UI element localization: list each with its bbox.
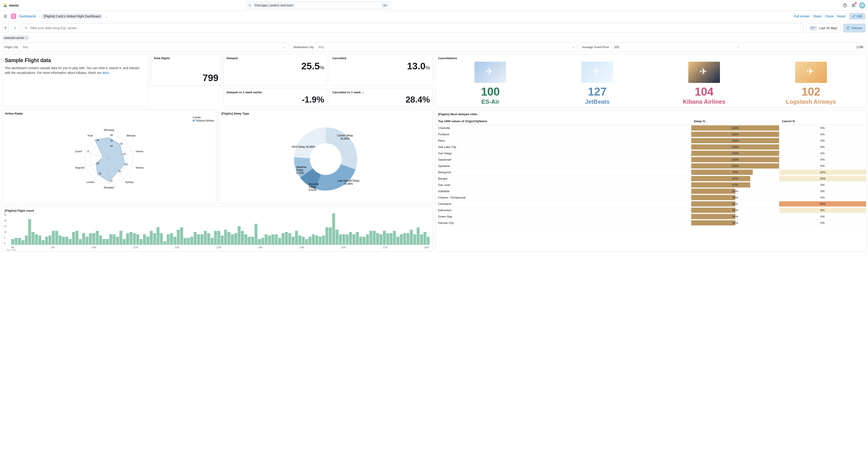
app-badge[interactable]: D [11,13,16,19]
origin-label: Origin City [2,42,21,52]
svg-text:Shanghai: Shanghai [104,186,114,189]
svg-rect-98 [153,233,156,245]
delayed-value: 25.5% [226,61,324,72]
delay-type-chart[interactable]: Carrier Delay25.98% Late Aircraft Delay2… [221,116,430,202]
cancel-cell: 0% [779,194,866,201]
delay-cell: 50% [691,207,779,214]
svg-text:Warsaw: Warsaw [127,134,135,137]
newsfeed-icon[interactable] [850,2,857,8]
filter-chip[interactable]: selected-carrier × [2,35,29,40]
table-row[interactable]: San Diego 100% 0% [435,150,866,157]
refresh-button[interactable]: Refresh [843,24,866,33]
city-cell: Salt Lake City [435,144,691,150]
cancel-item[interactable]: 102 Logstash Airways [758,62,863,105]
svg-text:Carrier Delay: Carrier Delay [337,134,353,137]
origin-value: Any [23,45,28,49]
breadcrumb-current: [Flights] Carly's Global Flight Dashboar… [41,13,103,19]
svg-rect-94 [140,239,143,245]
svg-rect-73 [69,239,72,245]
svg-rect-57 [15,238,18,245]
flight-count-chart[interactable] [5,213,430,245]
svg-rect-166 [383,231,386,245]
docs-link[interactable]: docs [102,71,109,74]
nav-toggle-icon[interactable] [3,13,8,20]
table-row[interactable]: Salt Lake City 100% 0% [435,144,866,150]
col-delay[interactable]: Delay %↓ [691,118,779,125]
table-row[interactable]: Edmonton 50% 8% [435,207,866,214]
table-row[interactable]: Chitose / Tomakomai 50% 0% [435,194,866,201]
dest-label: Destination City [291,42,316,52]
table-row[interactable]: Bangor 67% 33% [435,175,866,182]
full-screen-button[interactable]: Full screen [794,14,809,18]
global-search[interactable]: Find apps, content, and more. ⌘/ [246,2,391,9]
kql-placeholder: Filter your data using KQL syntax [30,26,76,30]
table-row[interactable]: San Juan 67% 0% [435,182,866,188]
edit-button[interactable]: Edit [849,13,865,20]
chevron-down-icon[interactable]: ⌄ [105,14,107,18]
table-row[interactable]: Charlotte 100% 0% [435,125,866,131]
svg-rect-112 [200,234,204,245]
cancel-cell: 0% [779,125,866,131]
cancellations-card: Cancellations 100 ES-Air 127 JetBeats 10… [435,54,866,108]
origin-city-control[interactable]: Origin City Any⌄ [2,42,288,52]
svg-rect-178 [423,232,426,245]
svg-rect-101 [163,241,166,245]
date-picker[interactable]: Last 10 days [806,24,841,33]
svg-rect-104 [174,237,176,245]
svg-rect-162 [369,231,372,245]
price-range-control[interactable]: Average Ticket Price 101 → 1196 [580,42,866,52]
cancel-item[interactable]: 100 ES-Air [438,62,543,105]
svg-rect-119 [224,230,227,245]
svg-text:Delay: Delay [296,168,303,172]
cancelled-vs-card: Cancelled vs 1 week … 28.4% [329,88,433,107]
svg-rect-90 [126,233,129,245]
clone-button[interactable]: Clone [825,14,834,18]
delay-cell: 50% [691,220,779,226]
svg-rect-117 [217,231,220,245]
reset-button[interactable]: Reset [837,14,845,18]
brand-logo[interactable]: elastic [3,3,19,8]
table-row[interactable]: Belogorsk 70% 10% [435,169,866,175]
avatar[interactable]: CR [859,2,865,8]
svg-rect-134 [275,234,278,245]
svg-rect-95 [143,234,146,245]
col-cancel[interactable]: Cancel % [779,118,866,125]
svg-text:33: 33 [120,142,123,145]
col-city[interactable]: Top 1000 values of OriginCityName [435,118,691,125]
help-icon[interactable] [842,2,848,8]
delay-cell: 50% [691,188,779,194]
cancel-item[interactable]: 104 Kibana Airlines [652,62,756,105]
radar-chart[interactable]: WinnipegWarsawViennaVeronaSydneyShanghai… [5,116,213,202]
filter-toggle-icon[interactable] [2,24,8,33]
delayed-vs-card: Delayed vs 1 week earlier -1.9% [223,88,327,107]
table-row[interactable]: Portland 100% 0% [435,131,866,137]
kql-input[interactable]: Filter your data using KQL syntax [22,24,804,33]
svg-rect-63 [35,234,38,245]
table-row[interactable]: Kansas City 50% 0% [435,220,866,226]
close-icon[interactable]: × [26,36,28,39]
svg-rect-144 [309,237,311,245]
cancel-count: 104 [652,85,756,98]
svg-text:Late Aircraft Delay: Late Aircraft Delay [337,179,360,182]
svg-text:34: 34 [96,139,99,141]
table-row[interactable]: Cleveland 50% 50% [435,201,866,207]
destination-city-control[interactable]: Destination City Any⌄ [291,42,577,52]
svg-point-2 [6,6,7,7]
add-filter-button[interactable] [10,24,20,33]
svg-text:Sydney: Sydney [125,181,133,184]
cancel-item[interactable]: 127 JetBeats [545,62,650,105]
table-row[interactable]: Green Bay 50% 0% [435,214,866,220]
svg-rect-167 [386,233,389,245]
share-button[interactable]: Share [813,14,822,18]
breadcrumb-dashboards[interactable]: Dashboards [19,14,36,18]
svg-rect-161 [366,234,369,245]
table-row[interactable]: Adelaide 50% 0% [435,188,866,194]
svg-rect-124 [241,231,244,245]
svg-rect-88 [119,231,122,245]
table-row[interactable]: Spokane 100% 0% [435,163,866,169]
breadcrumb-bar: D Dashboards › [Flights] Carly's Global … [0,11,868,22]
flight-count-xlabels: 8th9th10th11th12th13th14th15th16th17th18… [5,246,430,249]
table-row[interactable]: Reno 100% 0% [435,137,866,144]
svg-rect-84 [106,239,109,245]
table-row[interactable]: Savannah 100% 0% [435,157,866,163]
